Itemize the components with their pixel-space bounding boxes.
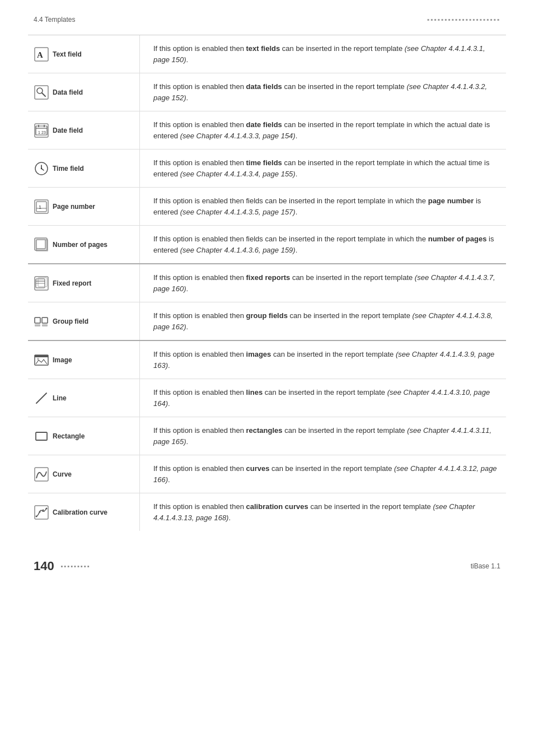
- svg-text:1: 1: [39, 204, 41, 210]
- right-cell-curve: If this option is enabled then curves ca…: [140, 455, 506, 493]
- left-cell-line: Line: [28, 379, 140, 417]
- section-title: 4.4 Templates: [34, 16, 76, 24]
- svg-rect-32: [42, 324, 48, 326]
- footer-dots: ▪▪▪▪▪▪▪▪▪: [61, 563, 91, 570]
- table-row: Group field If this option is enabled th…: [28, 302, 506, 341]
- left-cell-page-number: 1 Page number: [28, 188, 140, 225]
- table-row: Fixed report If this option is enabled t…: [28, 264, 506, 302]
- group-field-icon: [34, 314, 49, 329]
- time-field-label: Time field: [53, 165, 84, 172]
- svg-rect-2: [35, 86, 48, 99]
- svg-text:A: A: [37, 50, 43, 59]
- svg-rect-37: [36, 432, 47, 440]
- image-icon: [34, 352, 49, 368]
- svg-point-35: [37, 358, 39, 360]
- left-cell-group-field: Group field: [28, 302, 140, 340]
- svg-line-36: [36, 393, 46, 403]
- time-field-icon: [34, 161, 49, 176]
- table-row: Curve If this option is enabled then cur…: [28, 455, 506, 493]
- page-number-label: Page number: [53, 203, 95, 211]
- svg-point-16: [41, 167, 42, 169]
- data-field-label: Data field: [53, 88, 83, 96]
- content-table: A Text field If this option is enabled t…: [28, 35, 506, 531]
- table-row: Data field If this option is enabled the…: [28, 73, 506, 111]
- svg-rect-23: [36, 239, 46, 249]
- table-row: Time field If this option is enabled the…: [28, 150, 506, 188]
- left-cell-image: Image: [28, 341, 140, 379]
- right-cell-line: If this option is enabled then lines can…: [140, 379, 506, 417]
- left-cell-fixed-report: Fixed report: [28, 264, 140, 302]
- right-cell-rectangle: If this option is enabled then rectangle…: [140, 417, 506, 455]
- right-cell-date-field: If this option is enabled then date fiel…: [140, 111, 506, 149]
- right-cell-page-number: If this option is enabled then fields ca…: [140, 188, 506, 225]
- table-row: Rectangle If this option is enabled then…: [28, 417, 506, 455]
- svg-point-43: [46, 507, 48, 509]
- header-decoration: ▪▪▪▪▪▪▪▪▪▪▪▪▪▪▪▪▪▪▪▪▪: [427, 16, 500, 24]
- svg-point-40: [36, 515, 38, 517]
- table-row: Number of pages If this option is enable…: [28, 226, 506, 264]
- left-cell-time-field: Time field: [28, 150, 140, 187]
- curve-icon: [34, 466, 49, 482]
- svg-point-42: [43, 509, 44, 511]
- table-row: 1 2 3 Date field If this option is enabl…: [28, 111, 506, 150]
- svg-rect-30: [42, 318, 48, 323]
- svg-rect-22: [36, 240, 45, 249]
- left-cell-rectangle: Rectangle: [28, 417, 140, 455]
- text-field-label: Text field: [53, 50, 82, 58]
- svg-rect-34: [35, 355, 48, 357]
- fixed-report-icon: [34, 276, 49, 291]
- right-cell-text-field: If this option is enabled then text fiel…: [140, 35, 506, 73]
- left-cell-number-of-pages: Number of pages: [28, 226, 140, 263]
- table-row: Line If this option is enabled then line…: [28, 379, 506, 417]
- image-label: Image: [53, 356, 72, 364]
- right-cell-calibration-curve: If this option is enabled then calibrati…: [140, 493, 506, 531]
- calibration-curve-label: Calibration curve: [53, 508, 107, 516]
- table-row: Calibration curve If this option is enab…: [28, 493, 506, 531]
- table-row: Image If this option is enabled then ima…: [28, 341, 506, 379]
- right-cell-time-field: If this option is enabled then time fiel…: [140, 150, 506, 187]
- group-field-label: Group field: [53, 318, 88, 325]
- right-cell-number-of-pages: If this option is enabled then fields ca…: [140, 226, 506, 263]
- svg-rect-39: [35, 506, 48, 519]
- fixed-report-label: Fixed report: [53, 279, 91, 287]
- rectangle-icon: [34, 428, 49, 444]
- product-name: tiBase 1.1: [471, 562, 500, 570]
- line-icon: [34, 390, 49, 406]
- data-field-icon: [34, 85, 49, 100]
- number-of-pages-icon: [34, 237, 49, 253]
- left-cell-curve: Curve: [28, 455, 140, 493]
- table-row: 1 Page number If this option is enabled …: [28, 188, 506, 226]
- page: 4.4 Templates ▪▪▪▪▪▪▪▪▪▪▪▪▪▪▪▪▪▪▪▪▪ A Te…: [0, 0, 534, 756]
- page-footer: 140 ▪▪▪▪▪▪▪▪▪ tiBase 1.1: [0, 542, 534, 585]
- svg-text:3: 3: [44, 130, 46, 134]
- line-label: Line: [53, 394, 67, 402]
- right-cell-fixed-report: If this option is enabled then fixed rep…: [140, 264, 506, 302]
- page-number: 140: [34, 559, 54, 573]
- curve-label: Curve: [53, 470, 72, 478]
- rectangle-label: Rectangle: [53, 432, 85, 440]
- left-cell-calibration-curve: Calibration curve: [28, 493, 140, 531]
- table-row: A Text field If this option is enabled t…: [28, 35, 506, 73]
- left-cell-data-field: Data field: [28, 73, 140, 111]
- left-cell-text-field: A Text field: [28, 35, 140, 73]
- date-field-icon: 1 2 3: [34, 123, 49, 138]
- right-cell-data-field: If this option is enabled then data fiel…: [140, 73, 506, 111]
- number-of-pages-label: Number of pages: [53, 241, 107, 249]
- svg-line-4: [42, 93, 45, 96]
- svg-rect-31: [35, 324, 40, 326]
- text-field-icon: A: [34, 46, 49, 62]
- right-cell-image: If this option is enabled then images ca…: [140, 341, 506, 379]
- page-number-icon: 1: [34, 199, 49, 214]
- page-header: 4.4 Templates ▪▪▪▪▪▪▪▪▪▪▪▪▪▪▪▪▪▪▪▪▪: [0, 0, 534, 29]
- left-cell-date-field: 1 2 3 Date field: [28, 111, 140, 149]
- calibration-curve-icon: [34, 505, 49, 520]
- right-cell-group-field: If this option is enabled then group fie…: [140, 302, 506, 340]
- svg-rect-29: [35, 318, 40, 323]
- svg-text:1: 1: [38, 130, 40, 134]
- date-field-label: Date field: [53, 127, 83, 134]
- svg-point-41: [39, 511, 41, 512]
